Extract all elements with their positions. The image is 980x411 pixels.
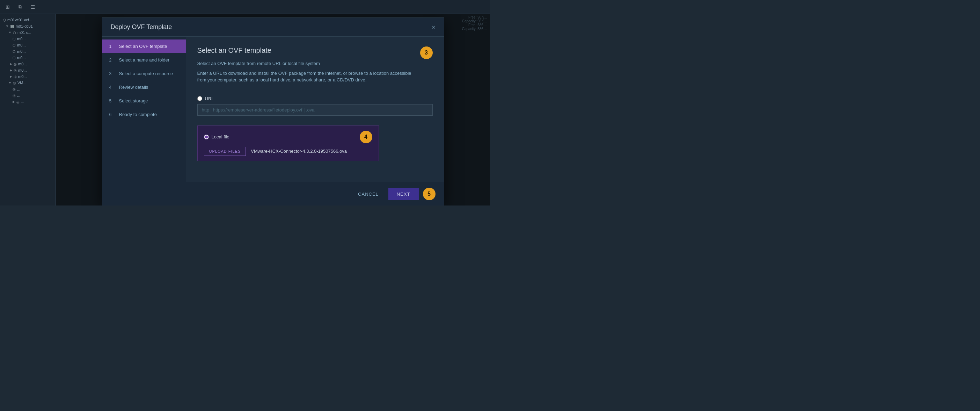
squares-icon[interactable]: ⧉ xyxy=(17,3,24,11)
url-radio[interactable] xyxy=(197,96,202,101)
modal-overlay: Deploy OVF Template × 1 Select an OVF te… xyxy=(56,14,490,206)
local-file-inner: UPLOAD FILES VMware-HCX-Connector-4.3.2.… xyxy=(204,147,372,156)
step-2-label: Select a name and folder xyxy=(119,57,170,62)
sidebar-item-label: m0... xyxy=(17,56,25,60)
top-bar: ⊞ ⧉ ☰ xyxy=(0,0,490,14)
sidebar-item-label: ... xyxy=(21,100,24,104)
url-section: URL xyxy=(197,96,433,121)
deploy-ovf-modal: Deploy OVF Template × 1 Select an OVF te… xyxy=(102,18,444,206)
vm-icon: ◎ xyxy=(14,68,17,72)
step-1-select-ovf[interactable]: 1 Select an OVF template xyxy=(102,40,186,53)
sidebar-item-label: ... xyxy=(17,93,20,97)
sidebar-item-vm6[interactable]: ▶ ◎ ... xyxy=(0,99,56,105)
step-5-number: 5 xyxy=(109,99,115,104)
right-panel: Free: 96.9... Capacity: 96.9... Free: 58… xyxy=(56,14,490,206)
sidebar-item-vm5[interactable]: ◎ ... xyxy=(0,92,56,99)
host-icon: ⬡ xyxy=(13,56,16,60)
step-badge-5: 5 xyxy=(423,188,436,200)
step-3-label: Select a compute resource xyxy=(119,71,173,76)
content-title: Select an OVF template xyxy=(197,46,415,54)
upload-files-button[interactable]: UPLOAD FILES xyxy=(204,147,246,156)
host-icon: ⬡ xyxy=(13,43,16,47)
file-name-label: VMware-HCX-Connector-4.3.2.0-19507566.ov… xyxy=(251,148,347,154)
expand-icon: ▼ xyxy=(8,81,11,84)
vm-group-icon: ◎ xyxy=(13,81,16,85)
sidebar-item-vm4[interactable]: ◎ ... xyxy=(0,86,56,92)
step-4-review[interactable]: 4 Review details xyxy=(102,80,186,94)
sidebar-item-vcenter[interactable]: ⬡ m01vc01.vcf... xyxy=(0,17,56,23)
sidebar: ⬡ m01vc01.vcf... ▼ 🏢 m01-dc01 ▼ ⬡ m01-c.… xyxy=(0,14,56,206)
expand-icon: ▼ xyxy=(6,24,9,28)
sidebar-item-label: m01vc01.vcf... xyxy=(7,18,32,22)
step-2-name-folder[interactable]: 2 Select a name and folder xyxy=(102,53,186,67)
sidebar-item-host1[interactable]: ⬡ m0... xyxy=(0,36,56,42)
vm-icon: ◎ xyxy=(16,100,19,104)
next-button[interactable]: NEXT xyxy=(388,188,419,200)
sidebar-item-label: m0... xyxy=(18,68,27,72)
sidebar-item-label: m0... xyxy=(17,49,25,54)
modal-footer: CANCEL NEXT 5 xyxy=(102,182,444,206)
url-label: URL xyxy=(205,96,214,101)
step-3-number: 3 xyxy=(109,71,115,76)
expand-icon: ▶ xyxy=(10,68,12,72)
url-radio-row: URL xyxy=(197,96,433,101)
sidebar-item-label: m0... xyxy=(17,37,25,41)
host-icon: ⬡ xyxy=(13,49,16,54)
vm-icon: ◎ xyxy=(13,94,16,97)
close-button[interactable]: × xyxy=(432,24,436,30)
local-file-radio-row: Local file xyxy=(204,134,229,139)
vm-icon: ◎ xyxy=(14,75,17,79)
url-input[interactable] xyxy=(197,104,433,116)
sidebar-item-vm-group[interactable]: ▼ ◎ VM... xyxy=(0,80,56,86)
step-4-label: Review details xyxy=(119,84,148,90)
sidebar-item-label: m0... xyxy=(18,75,27,79)
step-4-number: 4 xyxy=(109,85,115,90)
list-icon[interactable]: ☰ xyxy=(29,3,36,11)
step-2-number: 2 xyxy=(109,58,115,62)
steps-panel: 1 Select an OVF template 2 Select a name… xyxy=(102,37,186,182)
sidebar-item-vm3[interactable]: ▶ ◎ m0... xyxy=(0,73,56,80)
sidebar-item-label: m01-c... xyxy=(18,30,32,35)
step-6-label: Ready to complete xyxy=(119,112,157,117)
sidebar-item-dc[interactable]: ▼ 🏢 m01-dc01 xyxy=(0,23,56,29)
content-description-2: Enter a URL to download and install the … xyxy=(197,70,415,83)
step-6-number: 6 xyxy=(109,112,115,117)
vm-icon: ◎ xyxy=(13,88,16,91)
step-5-storage[interactable]: 5 Select storage xyxy=(102,94,186,108)
modal-body: 1 Select an OVF template 2 Select a name… xyxy=(102,37,444,182)
content-description-1: Select an OVF template from remote URL o… xyxy=(197,60,415,67)
local-file-label: Local file xyxy=(212,134,229,139)
vm-icon: ◎ xyxy=(14,62,17,66)
step-5-label: Select storage xyxy=(119,98,148,104)
sidebar-item-host3[interactable]: ⬡ m0... xyxy=(0,48,56,54)
step-badge-3: 3 xyxy=(420,46,433,59)
host-icon: ⬡ xyxy=(13,37,16,41)
expand-icon: ▶ xyxy=(10,75,12,78)
step-1-number: 1 xyxy=(109,44,115,49)
sidebar-item-vm2[interactable]: ▶ ◎ m0... xyxy=(0,67,56,73)
sidebar-item-label: ... xyxy=(17,87,20,91)
step-badge-4: 4 xyxy=(360,131,372,143)
sidebar-item-label: m0... xyxy=(17,43,25,47)
cluster-icon: ⬡ xyxy=(13,31,16,35)
sidebar-item-label: m0... xyxy=(18,62,27,66)
sidebar-item-host4[interactable]: ⬡ m0... xyxy=(0,54,56,61)
grid-icon[interactable]: ⊞ xyxy=(4,3,11,11)
step-1-label: Select an OVF template xyxy=(119,44,167,49)
local-file-section: Local file 4 UPLOAD FILES VMware-HCX-Con… xyxy=(197,126,379,161)
sidebar-item-label: VM... xyxy=(18,81,27,85)
main-layout: ⬡ m01vc01.vcf... ▼ 🏢 m01-dc01 ▼ ⬡ m01-c.… xyxy=(0,14,490,206)
sidebar-item-host2[interactable]: ⬡ m0... xyxy=(0,42,56,48)
sidebar-item-cluster[interactable]: ▼ ⬡ m01-c... xyxy=(0,29,56,36)
local-file-radio[interactable] xyxy=(204,135,209,139)
expand-icon: ▼ xyxy=(8,31,11,34)
modal-title: Deploy OVF Template xyxy=(111,24,172,31)
modal-header: Deploy OVF Template × xyxy=(102,18,444,37)
step-6-complete[interactable]: 6 Ready to complete xyxy=(102,108,186,121)
sidebar-item-label: m01-dc01 xyxy=(16,24,33,28)
content-panel: Select an OVF template Select an OVF tem… xyxy=(186,37,444,182)
step-3-compute[interactable]: 3 Select a compute resource xyxy=(102,67,186,80)
cancel-button[interactable]: CANCEL xyxy=(352,188,384,200)
expand-icon: ▶ xyxy=(13,100,15,104)
sidebar-item-vm1[interactable]: ▶ ◎ m0... xyxy=(0,61,56,67)
